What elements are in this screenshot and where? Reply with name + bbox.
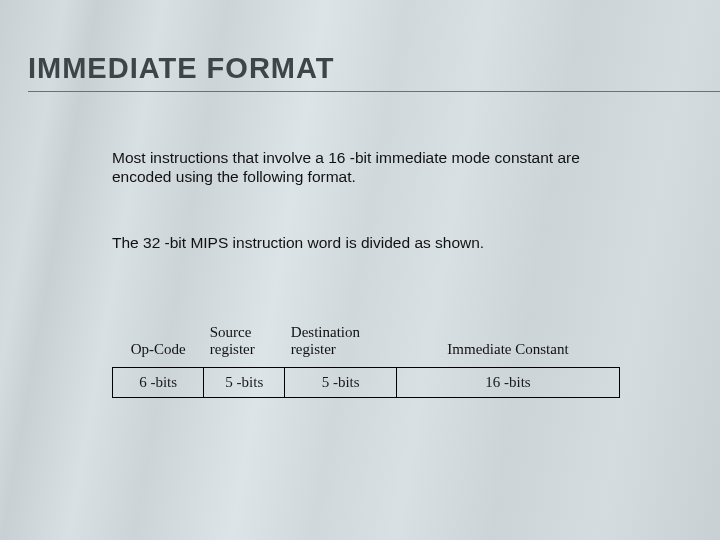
header-source-register: Source register	[204, 320, 285, 367]
paragraph-division: The 32 -bit MIPS instruction word is div…	[112, 233, 632, 252]
bits-immediate: 16 -bits	[396, 367, 619, 397]
slide-title: IMMEDIATE FORMAT	[28, 52, 335, 85]
bits-opcode: 6 -bits	[113, 367, 204, 397]
header-destination-register: Destination register	[285, 320, 397, 367]
paragraph-intro: Most instructions that involve a 16 -bit…	[112, 148, 632, 187]
bits-source: 5 -bits	[204, 367, 285, 397]
title-underline	[28, 91, 720, 92]
table-header-row: Op-Code Source register Destination regi…	[113, 320, 620, 367]
bits-dest: 5 -bits	[285, 367, 397, 397]
header-immediate-constant: Immediate Constant	[396, 320, 619, 367]
instruction-format-table: Op-Code Source register Destination regi…	[112, 320, 620, 398]
header-opcode: Op-Code	[113, 320, 204, 367]
body-content: Most instructions that involve a 16 -bit…	[112, 148, 640, 252]
table-bits-row: 6 -bits 5 -bits 5 -bits 16 -bits	[113, 367, 620, 397]
